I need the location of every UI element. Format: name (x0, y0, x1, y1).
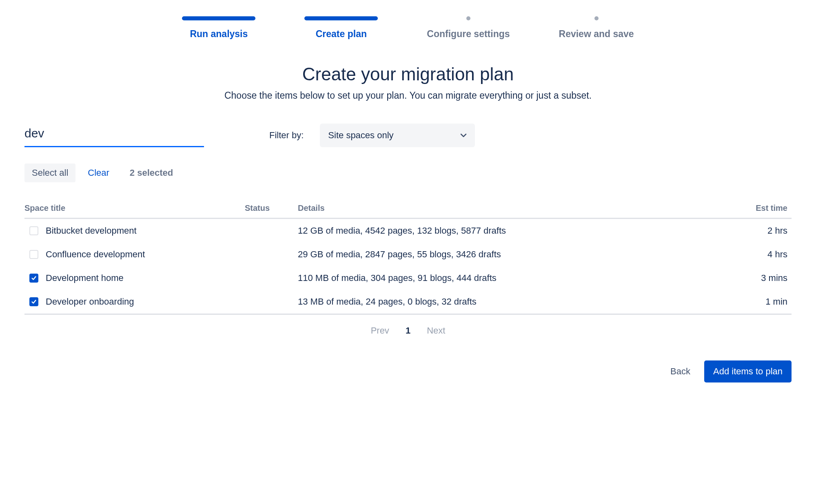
page-subtitle: Choose the items below to set up your pl… (24, 90, 792, 101)
table-row: Developer onboarding13 MB of media, 24 p… (24, 290, 792, 314)
row-checkbox[interactable] (29, 274, 38, 283)
space-est: 2 hrs (734, 219, 792, 243)
table-row: Bitbucket development12 GB of media, 454… (24, 219, 792, 243)
step-label: Create plan (316, 29, 367, 40)
space-details: 13 MB of media, 24 pages, 0 blogs, 32 dr… (298, 290, 734, 314)
space-status (245, 266, 298, 290)
space-status (245, 243, 298, 266)
step-label: Review and save (559, 29, 634, 40)
space-est: 1 min (734, 290, 792, 314)
step-run-analysis[interactable]: Run analysis (182, 16, 255, 40)
add-items-button[interactable]: Add items to plan (704, 360, 792, 382)
step-review-save[interactable]: Review and save (559, 16, 634, 40)
pagination-prev[interactable]: Prev (371, 325, 389, 336)
filter-dropdown[interactable]: Site spaces only (320, 124, 475, 147)
filter-bar: Filter by: Site spaces only (24, 124, 792, 147)
page-title: Create your migration plan (24, 64, 792, 84)
space-title: Confluence development (46, 249, 145, 260)
col-est-time[interactable]: Est time (734, 199, 792, 219)
row-checkbox[interactable] (29, 250, 38, 259)
step-bar-icon (182, 16, 255, 20)
step-bar-icon (304, 16, 378, 20)
col-space-title[interactable]: Space title (24, 199, 245, 219)
back-button[interactable]: Back (666, 361, 694, 382)
step-label: Run analysis (190, 29, 248, 40)
space-title: Bitbucket development (46, 225, 137, 236)
step-dot-icon (594, 16, 599, 20)
step-dot-icon (466, 16, 470, 20)
row-checkbox[interactable] (29, 226, 38, 235)
space-details: 12 GB of media, 4542 pages, 132 blogs, 5… (298, 219, 734, 243)
space-est: 4 hrs (734, 243, 792, 266)
selected-count: 2 selected (130, 168, 173, 178)
space-status (245, 219, 298, 243)
select-all-button[interactable]: Select all (24, 164, 75, 182)
pagination-next[interactable]: Next (427, 325, 445, 336)
search-input[interactable] (24, 124, 204, 147)
space-status (245, 290, 298, 314)
space-title: Developer onboarding (46, 296, 134, 307)
col-details[interactable]: Details (298, 199, 734, 219)
space-est: 3 mins (734, 266, 792, 290)
footer-actions: Back Add items to plan (24, 360, 792, 382)
pagination-current: 1 (406, 325, 410, 336)
table-row: Confluence development29 GB of media, 28… (24, 243, 792, 266)
space-details: 29 GB of media, 2847 pages, 55 blogs, 34… (298, 243, 734, 266)
step-configure-settings[interactable]: Configure settings (427, 16, 510, 40)
dropdown-value: Site spaces only (328, 130, 393, 141)
page-header: Create your migration plan Choose the it… (24, 64, 792, 101)
row-checkbox[interactable] (29, 297, 38, 306)
clear-button[interactable]: Clear (88, 168, 109, 178)
step-create-plan[interactable]: Create plan (304, 16, 378, 40)
filter-by-label: Filter by: (269, 130, 304, 141)
selection-actions: Select all Clear 2 selected (24, 164, 792, 182)
table-row: Development home110 MB of media, 304 pag… (24, 266, 792, 290)
space-details: 110 MB of media, 304 pages, 91 blogs, 44… (298, 266, 734, 290)
space-title: Development home (46, 273, 124, 283)
col-status[interactable]: Status (245, 199, 298, 219)
step-label: Configure settings (427, 29, 510, 40)
chevron-down-icon (460, 132, 467, 139)
spaces-table: Space title Status Details Est time Bitb… (24, 199, 792, 315)
progress-stepper: Run analysis Create plan Configure setti… (24, 16, 792, 40)
pagination: Prev 1 Next (24, 325, 792, 336)
